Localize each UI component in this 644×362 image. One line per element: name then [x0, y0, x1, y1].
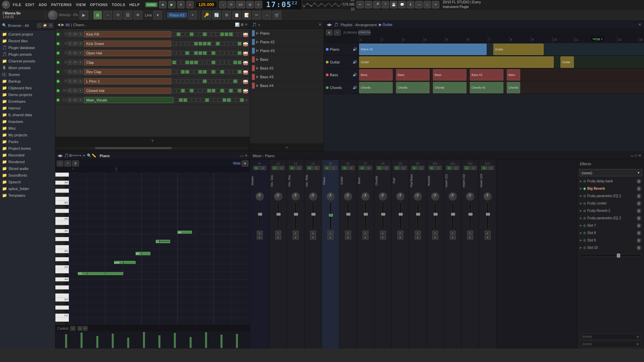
- piano-key-5-11[interactable]: [55, 221, 69, 225]
- menu-item-edit[interactable]: EDIT: [23, 2, 37, 7]
- vel-bar-4[interactable]: [127, 338, 129, 348]
- fx-slot-knob-7[interactable]: [637, 223, 641, 228]
- inst-row-3[interactable]: ▶Bass: [250, 55, 324, 64]
- ch-led-7[interactable]: [57, 99, 59, 101]
- beat-pad-6-6[interactable]: [198, 89, 202, 93]
- mx-btn-m-12[interactable]: M: [470, 166, 477, 170]
- mixer-ch-2[interactable]: 13GMVoc. Dry.▲▼: [287, 160, 304, 349]
- velocity-knob[interactable]: [48, 10, 57, 20]
- beat-pad-1-6[interactable]: [198, 42, 202, 46]
- beat-pad-4-13[interactable]: [229, 70, 233, 74]
- fx-slot-10[interactable]: ▶Slot 10: [577, 244, 644, 252]
- mx-knob-5[interactable]: [344, 192, 352, 200]
- browser-item-22[interactable]: 📁Speech: [0, 179, 55, 185]
- beat-pad-1-8[interactable]: [207, 42, 211, 46]
- track-block-0-0[interactable]: Piano #3: [359, 44, 487, 55]
- vel-bar-8[interactable]: [190, 337, 192, 348]
- piano-key-4-5[interactable]: [55, 293, 69, 298]
- mx-arrow-up-6[interactable]: ▲: [362, 231, 368, 235]
- beat-pad-5-4[interactable]: [190, 79, 194, 83]
- beat-pad-0-13[interactable]: [229, 32, 233, 36]
- beat-pad-6-3[interactable]: [185, 89, 189, 93]
- piano-key-6-8[interactable]: [55, 185, 65, 189]
- piano-key-6-4[interactable]: E6: [55, 201, 69, 205]
- fx-slot-knob-5[interactable]: [637, 209, 641, 213]
- track-block-1-0[interactable]: Guitar: [359, 56, 554, 68]
- piano-key-4-6[interactable]: [55, 289, 65, 293]
- mx-arrow-dn-10[interactable]: ▼: [432, 235, 438, 239]
- mx-fader-12[interactable]: [469, 202, 471, 229]
- menu-item-help[interactable]: HELP: [127, 2, 142, 7]
- ch-icon-3[interactable]: 🥁: [243, 60, 248, 65]
- piano-key-6-1[interactable]: [55, 213, 65, 217]
- mic-icon[interactable]: 🎤: [373, 1, 381, 8]
- mx-knob-10[interactable]: [431, 192, 439, 200]
- download-icon[interactable]: ⬇: [407, 1, 414, 8]
- piano-tool5[interactable]: 📝: [242, 11, 251, 19]
- beat-pad-3-7[interactable]: [203, 60, 207, 64]
- fx-slot-knob-10[interactable]: [637, 245, 641, 250]
- pr-scissors[interactable]: ✂: [83, 153, 86, 158]
- beat-pad-1-11[interactable]: [220, 42, 224, 46]
- beat-pad-3-12[interactable]: [225, 60, 229, 64]
- fx-slot-knob-2[interactable]: [637, 186, 641, 191]
- beat-pad-7-10[interactable]: [218, 98, 222, 102]
- mx-btn-m-6[interactable]: M: [366, 166, 372, 170]
- note-0[interactable]: C5: [78, 272, 123, 275]
- beat-pad-7-12[interactable]: [227, 98, 231, 102]
- mx-knob-12[interactable]: [466, 192, 474, 200]
- fx-bottom-knob-1[interactable]: ⊕: [636, 335, 639, 338]
- save-icon[interactable]: 💾: [390, 1, 397, 8]
- beat-pad-2-8[interactable]: [207, 51, 211, 55]
- mixer-minimize[interactable]: —: [630, 153, 634, 158]
- beat-pad-4-10[interactable]: [216, 70, 220, 74]
- track-block-2-4[interactable]: Bass: [507, 69, 520, 81]
- pr-draw-btn[interactable]: ✏: [64, 161, 71, 167]
- ch-btn-m-7[interactable]: M: [73, 98, 78, 102]
- ch-icon-2[interactable]: 🥁: [243, 50, 248, 56]
- ch-btn-g-0[interactable]: G: [67, 32, 72, 37]
- browser-item-18[interactable]: 📁Recorded: [0, 152, 55, 159]
- mx-knob-3[interactable]: [309, 192, 317, 200]
- beat-pad-2-4[interactable]: [190, 51, 194, 55]
- piano-key-4-4[interactable]: E4: [55, 298, 69, 302]
- piano-tool2[interactable]: 🔄: [212, 11, 221, 19]
- piano-tool3[interactable]: ⚙: [222, 11, 231, 19]
- menu-item-patterns[interactable]: PATTERNS: [49, 2, 74, 7]
- browser-item-19[interactable]: 📁Rendered: [0, 159, 55, 165]
- piano-key-4-8[interactable]: [55, 281, 65, 285]
- mx-knob-7[interactable]: [379, 192, 387, 200]
- track-block-2-2[interactable]: Bass: [433, 69, 466, 81]
- track-block-1-1[interactable]: Guitar: [560, 56, 574, 68]
- mx-arrow-up-8[interactable]: ▲: [397, 231, 403, 235]
- inst-row-6[interactable]: ▶Bass #4: [250, 81, 324, 90]
- piano-key-6-6[interactable]: [55, 193, 65, 197]
- beat-pad-3-10[interactable]: [216, 60, 220, 64]
- vel-bar-7[interactable]: [174, 333, 176, 348]
- browser-item-16[interactable]: 📁Packs: [0, 138, 55, 145]
- track-block-3-1[interactable]: Chords: [396, 82, 430, 93]
- mx-arrow-dn-0[interactable]: ▼: [257, 235, 263, 239]
- piano-key-5-8[interactable]: [55, 233, 65, 237]
- beat-pad-4-2[interactable]: [181, 70, 185, 74]
- ch-led-2[interactable]: [57, 52, 59, 54]
- beat-pad-0-0[interactable]: [172, 32, 176, 36]
- ch-rack-close[interactable]: ✕: [245, 22, 248, 27]
- track-label-0[interactable]: Piano🔊: [324, 43, 359, 55]
- ch-btn-g-3[interactable]: G: [67, 60, 72, 65]
- beat-pad-3-5[interactable]: [194, 60, 198, 64]
- beat-pad-7-1[interactable]: [179, 98, 183, 102]
- mx-arrow-dn-3[interactable]: ▼: [310, 235, 316, 239]
- beat-pad-5-8[interactable]: [207, 79, 211, 83]
- mx-btn-m-0[interactable]: M: [260, 166, 266, 170]
- mx-fader-handle-5[interactable]: [346, 213, 350, 216]
- fx-slot-knob-3[interactable]: [637, 194, 641, 198]
- beat-pad-6-5[interactable]: [194, 89, 198, 93]
- beat-pad-6-15[interactable]: [238, 89, 242, 93]
- mx-arrow-up-5[interactable]: ▲: [345, 231, 351, 235]
- fx-slot-5[interactable]: ▶Fruity Reverb 2: [577, 207, 644, 215]
- fx-fader-h[interactable]: [580, 254, 641, 256]
- mx-fader-9[interactable]: [417, 202, 419, 229]
- beat-pad-1-0[interactable]: [172, 42, 176, 46]
- beat-pad-7-13[interactable]: [231, 98, 235, 102]
